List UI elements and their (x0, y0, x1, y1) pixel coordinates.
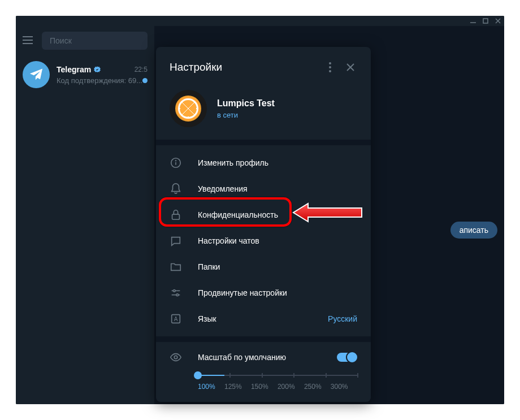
zoom-option[interactable]: 150% (251, 383, 278, 391)
lock-icon (170, 209, 182, 221)
zoom-slider[interactable] (198, 375, 357, 376)
profile-name: Lumpics Test (217, 98, 275, 109)
svg-point-22 (174, 356, 177, 359)
titlebar (16, 16, 504, 26)
chat-time: 22:5 (135, 66, 148, 73)
svg-text:А: А (174, 316, 178, 322)
svg-rect-15 (172, 214, 180, 219)
zoom-option[interactable]: 125% (224, 383, 251, 391)
avatar-image (175, 96, 201, 122)
svg-point-14 (176, 161, 176, 161)
profile-status: в сети (217, 111, 275, 119)
minimize-button[interactable] (469, 17, 477, 25)
menu-item-language[interactable]: А Язык Русский (156, 306, 371, 332)
profile-avatar (170, 90, 207, 127)
sidebar: Поиск Telegram 22:5 Код подтверждени (16, 26, 155, 404)
unread-badge (142, 78, 148, 83)
chat-info: Telegram 22:5 Код подтверждения: 69... (57, 61, 148, 88)
menu-label: Уведомления (198, 184, 357, 193)
menu-item-folders[interactable]: Папки (156, 254, 371, 280)
zoom-toggle[interactable] (337, 353, 357, 362)
chat-item-telegram[interactable]: Telegram 22:5 Код подтверждения: 69... (16, 55, 154, 94)
svg-point-7 (329, 62, 331, 64)
zoom-label: Масштаб по умолчанию (198, 353, 321, 362)
svg-rect-1 (483, 19, 488, 23)
chat-icon (170, 235, 182, 247)
menu-label: Конфиденциальность (198, 210, 357, 219)
settings-header: Настройки (156, 47, 371, 85)
search-input[interactable]: Поиск (42, 32, 148, 50)
info-icon (170, 157, 182, 169)
zoom-option[interactable]: 100% (198, 383, 224, 391)
language-value: Русский (328, 314, 357, 323)
profile-section[interactable]: Lumpics Test в сети (156, 85, 371, 140)
folder-icon (170, 261, 182, 273)
close-window-button[interactable] (494, 17, 502, 25)
svg-point-9 (329, 70, 331, 72)
zoom-section: Масштаб по умолчанию 100% 125% 150% 200%… (156, 342, 371, 402)
zoom-option[interactable]: 300% (331, 383, 357, 391)
sliders-icon (170, 287, 182, 299)
svg-point-8 (329, 66, 331, 68)
chat-name: Telegram (57, 65, 101, 74)
more-button[interactable] (320, 57, 340, 77)
divider (156, 140, 371, 145)
compose-button[interactable]: аписать (450, 222, 497, 239)
menu-item-privacy[interactable]: Конфиденциальность (156, 202, 371, 228)
language-icon: А (170, 313, 182, 325)
eye-icon (170, 351, 182, 363)
menu-label: Настройки чатов (198, 236, 357, 245)
close-settings-button[interactable] (340, 57, 361, 77)
settings-menu: Изменить профиль Уведомления Конфиденциа… (156, 145, 371, 336)
zoom-labels: 100% 125% 150% 200% 250% 300% (198, 383, 357, 391)
svg-point-18 (173, 290, 175, 292)
settings-title: Настройки (170, 61, 320, 73)
zoom-option[interactable]: 250% (304, 383, 331, 391)
sidebar-top: Поиск (16, 26, 154, 55)
menu-label: Продвинутые настройки (198, 288, 357, 297)
menu-label: Язык (198, 314, 312, 323)
menu-label: Изменить профиль (198, 158, 357, 167)
menu-label: Папки (198, 262, 357, 271)
bell-icon (170, 183, 182, 195)
menu-item-edit-profile[interactable]: Изменить профиль (156, 150, 371, 176)
svg-point-19 (176, 294, 179, 296)
verified-icon (93, 66, 101, 73)
chat-avatar (23, 61, 50, 88)
zoom-option[interactable]: 200% (278, 383, 304, 391)
maximize-button[interactable] (482, 17, 489, 25)
divider (156, 336, 371, 342)
menu-item-advanced[interactable]: Продвинутые настройки (156, 280, 371, 306)
hamburger-icon[interactable] (23, 36, 34, 45)
menu-item-chat-settings[interactable]: Настройки чатов (156, 228, 371, 254)
settings-modal: Настройки Lumpics Test в сети Изменить п… (156, 47, 371, 402)
chat-preview: Код подтверждения: 69... (57, 76, 142, 85)
menu-item-notifications[interactable]: Уведомления (156, 176, 371, 202)
